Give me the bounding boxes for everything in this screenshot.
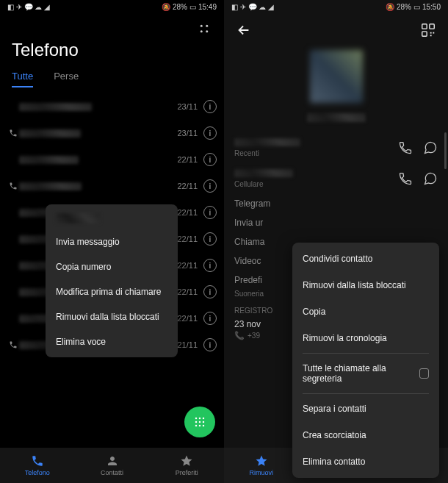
svg-rect-14 — [430, 24, 434, 29]
nav-contacts[interactable]: Contatti — [75, 448, 150, 483]
menu-edit-before-call[interactable]: Modifica prima di chiamare — [46, 279, 178, 304]
info-icon[interactable]: i — [203, 312, 217, 325]
call-date: 22/11 — [177, 314, 198, 323]
menu-copy[interactable]: Copia — [292, 298, 439, 325]
more-dots-icon[interactable] — [198, 22, 211, 35]
battery-pct: 28% — [173, 3, 187, 11]
call-date: 22/11 — [177, 261, 198, 270]
checkbox-icon[interactable] — [419, 368, 429, 379]
menu-send-message[interactable]: Invia messaggio — [46, 229, 178, 254]
contact-context-menu: Condividi contatto Rimuovi dalla lista b… — [292, 243, 439, 478]
menu-share-contact[interactable]: Condividi contatto — [292, 246, 439, 272]
bottom-nav: Telefono Contatti Preferiti — [0, 448, 224, 483]
contact-avatar-zone — [224, 43, 448, 132]
call-icon[interactable] — [398, 140, 413, 155]
phone-icon — [31, 454, 44, 468]
call-date: 22/11 — [177, 208, 198, 217]
message-icon[interactable] — [423, 171, 438, 186]
contacts-icon — [106, 454, 119, 468]
phone-app-screen: ◧ ✈ 💬 ☁ ◢ 🔕 28% ▭ 15:49 Telefono Tutte P… — [0, 0, 224, 483]
call-date: 21/11 — [177, 340, 198, 349]
call-tabs: Tutte Perse — [9, 71, 215, 93]
context-contact-name — [46, 207, 178, 229]
svg-rect-18 — [430, 35, 432, 36]
call-row[interactable]: 22/11 i — [0, 146, 224, 173]
menu-unblock[interactable]: Rimuovi dalla lista bloccati — [292, 272, 439, 298]
telegram-link[interactable]: Telegram — [234, 194, 438, 213]
info-icon[interactable]: i — [203, 232, 217, 246]
menu-delete-entry[interactable]: Elimina voce — [46, 329, 178, 354]
menu-separate-contacts[interactable]: Separa i contatti — [292, 396, 439, 422]
svg-point-3 — [206, 30, 208, 32]
call-icon[interactable] — [398, 171, 413, 186]
info-icon[interactable]: i — [203, 179, 217, 193]
info-icon[interactable]: i — [203, 259, 217, 272]
status-bar: ◧ ✈ 💬 ☁ ◢ 🔕 28% ▭ 15:50 — [224, 0, 448, 13]
call-context-menu: Invia messaggio Copia numero Modifica pr… — [46, 204, 178, 357]
star-icon — [255, 454, 268, 468]
svg-point-10 — [195, 425, 198, 427]
call-row[interactable]: 23/11 i — [0, 120, 224, 146]
menu-copy-number[interactable]: Copia numero — [46, 254, 178, 279]
call-date: 22/11 — [177, 235, 198, 243]
back-button[interactable] — [236, 22, 252, 38]
info-icon[interactable]: i — [203, 206, 217, 219]
svg-rect-13 — [422, 24, 427, 29]
call-date: 23/11 — [177, 129, 198, 137]
send-link[interactable]: Invia ur — [234, 213, 438, 232]
svg-point-4 — [195, 418, 198, 420]
status-bar: ◧ ✈ 💬 ☁ ◢ 🔕 28% ▭ 15:49 — [0, 0, 224, 13]
svg-rect-17 — [433, 32, 434, 34]
svg-point-9 — [203, 421, 205, 423]
scrollbar[interactable] — [444, 132, 447, 169]
info-icon[interactable]: i — [203, 285, 217, 298]
svg-point-1 — [206, 25, 208, 27]
info-icon[interactable]: i — [203, 100, 217, 113]
svg-point-6 — [203, 418, 205, 420]
dialpad-fab[interactable] — [184, 407, 215, 437]
nav-phone[interactable]: Telefono — [0, 448, 75, 483]
dialpad-icon — [192, 415, 207, 429]
svg-rect-16 — [430, 32, 432, 34]
call-date: 22/11 — [177, 287, 198, 296]
menu-delete-contact[interactable]: Elimina contatto — [292, 448, 439, 475]
svg-point-5 — [199, 418, 201, 420]
contact-detail-screen: ◧ ✈ 💬 ☁ ◢ 🔕 28% ▭ 15:50 Recenti — [224, 0, 448, 483]
svg-point-2 — [200, 30, 203, 32]
tab-all[interactable]: Tutte — [12, 71, 33, 87]
contact-name — [307, 113, 366, 122]
info-icon[interactable]: i — [203, 153, 217, 166]
phone-row-2[interactable]: Cellulare — [234, 163, 438, 194]
menu-create-shortcut[interactable]: Crea scorciatoia — [292, 422, 439, 448]
svg-point-7 — [195, 421, 198, 423]
qr-icon[interactable] — [420, 22, 436, 38]
call-date: 22/11 — [177, 155, 198, 164]
svg-point-11 — [199, 425, 201, 427]
svg-point-0 — [200, 25, 203, 27]
call-date: 22/11 — [177, 182, 198, 190]
status-time: 15:50 — [422, 3, 441, 11]
svg-point-12 — [203, 425, 205, 427]
menu-remove-blocked[interactable]: Rimuovi dalla lista bloccati — [46, 304, 178, 329]
menu-clear-history[interactable]: Rimuovi la cronologia — [292, 325, 439, 351]
star-icon — [180, 454, 193, 468]
info-icon[interactable]: i — [203, 126, 217, 140]
call-row[interactable]: 22/11 i — [0, 173, 224, 199]
call-row[interactable]: 23/11 i — [0, 93, 224, 120]
battery-pct: 28% — [397, 3, 411, 11]
status-time: 15:49 — [198, 3, 217, 11]
phone-row-1[interactable]: Recenti — [234, 132, 438, 163]
svg-point-8 — [199, 421, 201, 423]
nav-favorites[interactable]: Preferiti — [149, 448, 224, 483]
call-date: 23/11 — [177, 102, 198, 111]
contact-avatar[interactable] — [310, 50, 363, 103]
info-icon[interactable]: i — [203, 338, 217, 351]
message-icon[interactable] — [423, 140, 438, 155]
svg-rect-15 — [422, 32, 427, 36]
menu-voicemail-toggle[interactable]: Tutte le chiamate alla segreteria — [292, 355, 439, 392]
nav-remove[interactable]: Rimuovi — [224, 448, 299, 483]
tab-missed[interactable]: Perse — [54, 71, 79, 87]
app-title: Telefono — [9, 35, 215, 71]
